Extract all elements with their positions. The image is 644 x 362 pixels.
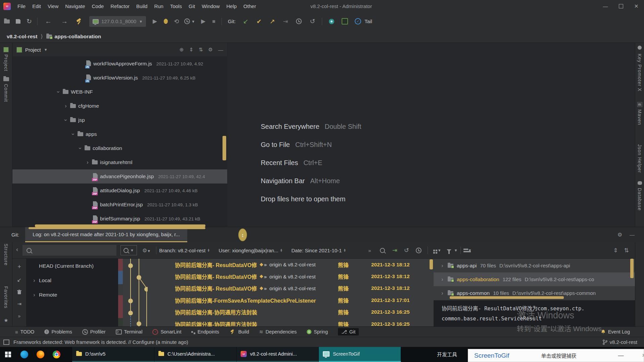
dirs-horizontal-scrollbar[interactable] — [450, 296, 564, 299]
search-scope-select[interactable]: ▼ — [120, 245, 137, 255]
tree-row[interactable]: JS workFlowVersion.js2021-11-27 10:49, 6… — [12, 71, 227, 85]
profiler-chevron-icon[interactable]: ▼ — [191, 19, 195, 23]
tree-row[interactable]: › isignaturehtml — [12, 155, 227, 169]
gear-icon[interactable]: ⚙ — [208, 47, 213, 53]
forward-icon[interactable]: → — [61, 17, 68, 25]
minimize-button[interactable]: — — [598, 0, 613, 12]
rollback-icon[interactable]: ↺ — [404, 247, 409, 254]
edge-taskbar-icon[interactable] — [16, 347, 32, 362]
overlay-minimize-icon[interactable]: — — [618, 352, 624, 359]
sidebar-tab-maven[interactable]: Maven — [635, 109, 644, 125]
tree-row[interactable]: JSP attitudeDialog.jsp2021-11-27 10:49, … — [12, 184, 227, 198]
record-icon[interactable] — [329, 19, 334, 24]
rollback-icon[interactable]: ↺ — [310, 17, 315, 25]
chevron-expanded-icon[interactable]: › — [63, 118, 68, 122]
commit-row[interactable]: 协同前后端分离- ResultDataVO修 » origin & v8.2-c… — [148, 282, 434, 294]
sidebar-tab-json-helper[interactable]: Json Helper — [635, 144, 644, 173]
screentogif-window-titlebar[interactable]: ScreenToGif 单击或按键捕获 — × — [468, 349, 644, 362]
branch-remote-group[interactable]: ›Remote — [26, 288, 118, 302]
checkout-icon[interactable]: ↙ — [17, 277, 21, 283]
cherry-pick-icon[interactable]: ⇥ — [17, 301, 21, 307]
taskbar-tools-label[interactable]: 开发工具 — [437, 351, 457, 358]
dirs-vertical-scrollbar[interactable] — [630, 259, 634, 278]
search-icon[interactable] — [380, 248, 385, 253]
coverage-icon[interactable]: ⟲ — [174, 18, 179, 25]
commit-row[interactable]: 协同前后端分离-协同通用方法封装 熊锋2021-12-3 16:25 — [148, 318, 434, 326]
git-log-tab[interactable]: Log: on v8.2-col-rest made after 2021-10… — [25, 227, 187, 242]
git-hide-panel-icon[interactable]: — — [630, 232, 635, 238]
tree-row[interactable]: › collaboration — [12, 141, 227, 155]
taskbar-window-dsvn[interactable]: D:\svn\v5 — [72, 347, 154, 362]
commit-row[interactable]: 协同前后端分离- ResultDataVO修 » origin & v8.2-c… — [148, 259, 434, 270]
menu-run[interactable]: Run — [151, 3, 167, 9]
branch-filter[interactable]: Branch: v8.2-col-rest▲▼ — [159, 248, 210, 253]
menu-code[interactable]: Code — [88, 3, 107, 9]
locate-file-icon[interactable]: ⊕ — [180, 47, 184, 53]
sidebar-tab-structure[interactable]: Structure — [0, 244, 12, 266]
tree-row[interactable]: › apps — [12, 127, 227, 141]
menu-other[interactable]: Other — [240, 3, 259, 9]
event-log-button[interactable]: Event Log — [601, 329, 630, 334]
delete-branch-icon[interactable] — [17, 290, 21, 295]
git-commit-check-icon[interactable]: ✔ — [256, 18, 261, 25]
chevron-collapsed-icon[interactable]: › — [86, 160, 90, 165]
expand-all-icon[interactable]: ⇕ — [189, 47, 193, 53]
plugin-icon[interactable] — [342, 18, 348, 24]
breadcrumb-current[interactable]: apps-collaboration — [55, 34, 101, 40]
status-message[interactable]: Frameworks detected: Web framework is de… — [13, 339, 188, 345]
tree-row[interactable]: › WEB-INF — [12, 85, 227, 99]
bookmark-star-icon[interactable]: ★ — [0, 317, 12, 323]
toolwindow-git-active[interactable]: ⎇Git — [338, 328, 359, 335]
sidebar-tab-project[interactable]: Project — [0, 54, 12, 71]
git-search-input[interactable] — [22, 245, 116, 256]
save-icon[interactable] — [16, 19, 20, 24]
commit-list-scrollbar[interactable] — [430, 259, 433, 269]
resize-handle-icon[interactable]: ↕ — [238, 228, 247, 241]
cherry-pick-icon[interactable]: ⇥ — [283, 18, 288, 25]
chrome-taskbar-icon[interactable] — [48, 347, 64, 362]
tree-row-selected[interactable]: JSP advancePigeonhole.jsp2021-11-27 10:4… — [12, 169, 227, 184]
toolwindow-todo[interactable]: ≡TODO — [15, 329, 34, 335]
close-button[interactable]: × — [629, 0, 644, 12]
branch-head-row[interactable]: HEAD (Current Branch) — [26, 259, 118, 273]
search-settings-gear-icon[interactable]: ⚙▼ — [142, 247, 151, 254]
sync-icon[interactable]: ↻ — [27, 17, 32, 25]
run-secondary-icon[interactable]: ▶ — [201, 18, 205, 25]
chevron-collapsed-icon[interactable]: › — [64, 103, 68, 109]
run-icon[interactable]: ▶ — [153, 18, 157, 25]
git-update-icon[interactable]: ↙ — [243, 17, 248, 25]
tree-row[interactable]: JS workFlowApproveForm.js2021-11-27 10:4… — [12, 57, 227, 71]
breadcrumb-root[interactable]: v8.2-col-rest — [7, 34, 37, 40]
chevron-expanded-icon[interactable]: › — [70, 132, 76, 136]
sidebar-tab-key-promoter-x[interactable]: Key Promoter X — [635, 54, 644, 92]
toolwindow-sonarlint[interactable]: ~SonarLint — [152, 329, 181, 335]
tree-horizontal-scrollbar[interactable] — [29, 227, 205, 229]
expand-all-icon[interactable]: ⇕ — [613, 247, 618, 254]
taskbar-window-screentogif[interactable]: ScreenToGif — [319, 347, 401, 362]
project-horizontal-scrollbar[interactable] — [35, 224, 205, 227]
taskbar-window-cusers[interactable]: C:\Users\Administra... — [154, 347, 237, 362]
changed-dir-row[interactable]: › apps-api 70 files D:\svn\v5\v8.2-col-r… — [434, 259, 635, 272]
branch-local-group[interactable]: ›Local — [26, 273, 118, 288]
overlay-close-icon[interactable]: × — [642, 352, 644, 359]
hide-panel-icon[interactable]: — — [218, 47, 223, 53]
firefox-taskbar-icon[interactable] — [32, 347, 48, 362]
profiler-icon[interactable] — [184, 18, 190, 24]
history-icon[interactable] — [296, 18, 302, 24]
filter-funnel-icon[interactable] — [447, 249, 451, 252]
commit-row[interactable]: 协同前后端分离- ResultDataVO修 » origin & v8.2-c… — [148, 270, 434, 282]
toolwindow-build[interactable]: Build — [229, 328, 249, 335]
git-settings-gear-icon[interactable]: ⚙ — [617, 231, 622, 238]
history-clock-icon[interactable] — [416, 248, 422, 253]
chevron-left-icon[interactable]: › — [15, 247, 19, 254]
tree-row[interactable]: JSP briefSummary.jsp2021-11-27 10:49, 43… — [12, 212, 227, 226]
user-filter[interactable]: User: xiongfeng|baijx|ran...▲▼ — [218, 248, 283, 253]
toolwindow-terminal[interactable]: ❯Terminal — [116, 329, 143, 334]
back-icon[interactable]: ← — [45, 17, 52, 25]
menu-build[interactable]: Build — [133, 3, 151, 9]
tree-row[interactable]: JSP batchPrintError.jsp2021-11-27 10:49,… — [12, 198, 227, 212]
open-icon[interactable] — [4, 19, 10, 23]
git-push-icon[interactable]: ↗ — [269, 17, 275, 25]
changed-dir-row-selected[interactable]: › apps-collaboration 122 files D:\svn\v5… — [434, 272, 635, 286]
collapse-all-icon[interactable]: ⇅ — [624, 247, 629, 254]
